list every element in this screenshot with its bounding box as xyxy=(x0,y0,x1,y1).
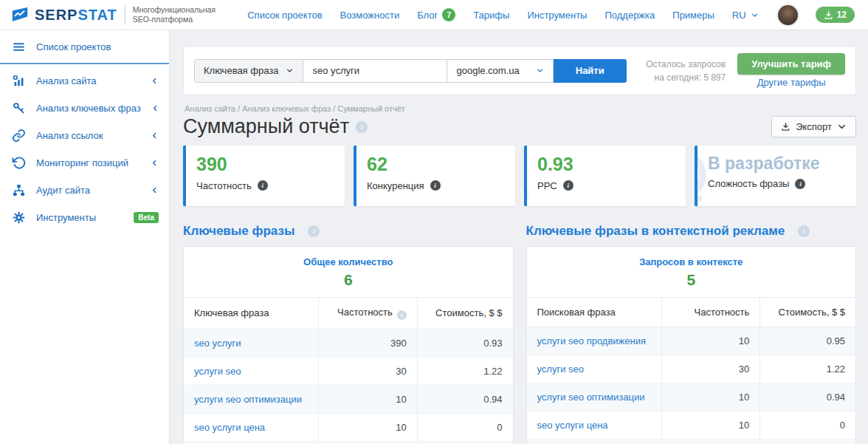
table-row: услуги seo 30 1.22 xyxy=(527,355,856,383)
downloads-counter-badge[interactable]: 12 xyxy=(816,7,855,23)
logo-divider xyxy=(125,4,125,25)
top-navigation: Список проектов Возможности Блог7 Тарифы… xyxy=(247,5,855,25)
metric-label: Сложность фразы xyxy=(708,178,789,189)
chevron-left-icon xyxy=(151,77,159,85)
metric-card-frequency: 390 Частотностьi xyxy=(183,146,345,206)
sidebar-item-site-audit[interactable]: Аудит сайта xyxy=(0,177,169,204)
summary-label: Общее количество xyxy=(184,256,513,267)
language-selector[interactable]: RU xyxy=(732,10,759,21)
chevron-left-icon xyxy=(151,132,159,140)
user-avatar[interactable] xyxy=(778,5,798,25)
info-icon[interactable]: i xyxy=(397,310,407,320)
nav-examples[interactable]: Примеры xyxy=(672,10,714,21)
table-cell: 1.22 xyxy=(760,355,855,383)
table-row: услуги seo оптимизации 10 0.94 xyxy=(527,383,856,411)
table-cell: 0.93 xyxy=(417,329,512,357)
column-header: Ключевая фраза xyxy=(184,298,319,329)
keyword-link[interactable]: услуги seo xyxy=(537,363,585,375)
upgrade-area: Улучшить тариф Другие тарифы xyxy=(737,53,845,88)
table-cell: 30 xyxy=(661,355,760,383)
download-icon xyxy=(781,122,790,132)
serpstat-logo-icon xyxy=(10,5,30,24)
info-icon[interactable]: i xyxy=(430,180,441,191)
logo-wordmark: SERPSTAT xyxy=(35,7,117,24)
column-header: Стоимость, $ $ xyxy=(760,298,855,327)
report-sections: Ключевые фразыi Общее количество 6 Ключе… xyxy=(183,224,856,444)
table-cell: 10 xyxy=(661,440,760,444)
info-icon[interactable]: i xyxy=(798,225,810,237)
keywords-table: Ключевая фраза Частотностьi Стоимость, $… xyxy=(184,298,513,444)
search-button[interactable]: Найти xyxy=(554,59,627,83)
metric-cards: 390 Частотностьi 62 Конкуренцияi 0.93 PP… xyxy=(183,146,856,206)
chevron-down-icon xyxy=(536,66,544,75)
sitemap-icon xyxy=(12,183,26,197)
top-header: SERPSTAT Многофункциональная SEO-платфор… xyxy=(0,0,868,30)
context-keywords-table: Поисковая фраза Частотность Стоимость, $… xyxy=(527,298,856,444)
site-analysis-icon xyxy=(12,74,26,88)
table-cell: 10 xyxy=(661,327,760,355)
blog-count-badge: 7 xyxy=(442,8,455,21)
nav-project-list[interactable]: Список проектов xyxy=(247,10,322,21)
serpstat-logo[interactable]: SERPSTAT xyxy=(10,5,117,24)
sidebar-item-project-list[interactable]: Список проектов xyxy=(0,33,169,61)
metric-card-competition: 62 Конкуренцияi xyxy=(354,146,515,206)
section-keywords: Ключевые фразыi Общее количество 6 Ключе… xyxy=(183,224,514,444)
table-cell: 0 xyxy=(760,440,855,444)
search-group: Ключевая фраза google.com.ua Найти xyxy=(194,59,627,83)
table-cell: 0 xyxy=(760,411,855,440)
section-title: Ключевые фразы xyxy=(183,224,294,239)
search-input[interactable] xyxy=(303,59,447,83)
metric-value: 390 xyxy=(196,154,334,175)
table-row: seo услуги цена 10 0 xyxy=(527,411,856,440)
summary-block: Общее количество 6 xyxy=(184,247,513,298)
sidebar-item-rank-monitoring[interactable]: Мониторинг позиций xyxy=(0,149,169,177)
table-header-row: Поисковая фраза Частотность Стоимость, $… xyxy=(527,298,856,327)
summary-value: 5 xyxy=(527,271,856,289)
page-title: Суммарный отчёт xyxy=(183,115,349,138)
upgrade-plan-button[interactable]: Улучшить тариф xyxy=(737,53,845,75)
sidebar-item-keyword-analysis[interactable]: Анализ ключевых фраз xyxy=(0,95,169,122)
keyword-link[interactable]: seo услуги xyxy=(194,338,241,349)
metric-value: 62 xyxy=(367,154,505,175)
keyword-link[interactable]: услуги seo xyxy=(194,366,241,377)
info-icon[interactable]: i xyxy=(795,179,805,189)
info-icon[interactable]: i xyxy=(308,225,320,237)
breadcrumb[interactable]: Анализ сайта / Анализ ключевых фраз / Су… xyxy=(185,104,856,113)
nav-pricing[interactable]: Тарифы xyxy=(473,10,509,21)
nav-features[interactable]: Возможности xyxy=(340,10,400,21)
nav-blog[interactable]: Блог7 xyxy=(417,8,455,21)
keyword-link[interactable]: услуги seo оптимизации xyxy=(194,394,302,405)
metric-card-ppc: 0.93 PPCi xyxy=(524,146,686,206)
table-cell: 1.22 xyxy=(417,357,512,385)
table-row: услуги seo продвижения 10 0.95 xyxy=(527,327,856,355)
export-button[interactable]: Экспорт xyxy=(771,116,856,137)
chevron-down-icon xyxy=(751,11,759,19)
keyword-link[interactable]: seo услуги цена xyxy=(194,422,265,433)
nav-tools[interactable]: Инструменты xyxy=(527,10,587,21)
sidebar-item-tools[interactable]: Инструменты Beta xyxy=(0,204,169,231)
main-content: Ключевая фраза google.com.ua Найти Остал… xyxy=(170,30,868,444)
title-row: Суммарный отчёт i Экспорт xyxy=(183,115,856,138)
sidebar-item-link-analysis[interactable]: Анализ ссылок xyxy=(0,122,169,149)
nav-support[interactable]: Поддержка xyxy=(604,10,655,21)
table-cell: 10 xyxy=(661,411,760,440)
info-icon[interactable]: i xyxy=(258,180,268,191)
keyword-link[interactable]: услуги seo оптимизации xyxy=(537,392,645,403)
chevron-down-icon xyxy=(837,122,847,132)
quota-area: Осталось запросов на сегодня: 5 897 Улуч… xyxy=(646,53,845,88)
keyword-link[interactable]: услуги seo продвижения xyxy=(537,335,647,346)
summary-value: 6 xyxy=(184,271,513,289)
table-cell: 0 xyxy=(417,413,512,441)
table-cell: 0.94 xyxy=(760,383,855,411)
chevron-left-icon xyxy=(151,186,159,194)
chevron-left-icon xyxy=(151,159,159,167)
search-region-dropdown[interactable]: google.com.ua xyxy=(447,59,553,83)
info-icon[interactable]: i xyxy=(356,121,368,133)
other-plans-link[interactable]: Другие тарифы xyxy=(757,77,826,88)
sidebar-item-site-analysis[interactable]: Анализ сайта xyxy=(0,67,169,95)
chevron-left-icon xyxy=(151,104,159,112)
search-type-dropdown[interactable]: Ключевая фраза xyxy=(194,59,303,83)
table-cell: 30 xyxy=(319,357,418,385)
info-icon[interactable]: i xyxy=(563,180,574,191)
keyword-link[interactable]: seo услуги цена xyxy=(537,420,608,431)
